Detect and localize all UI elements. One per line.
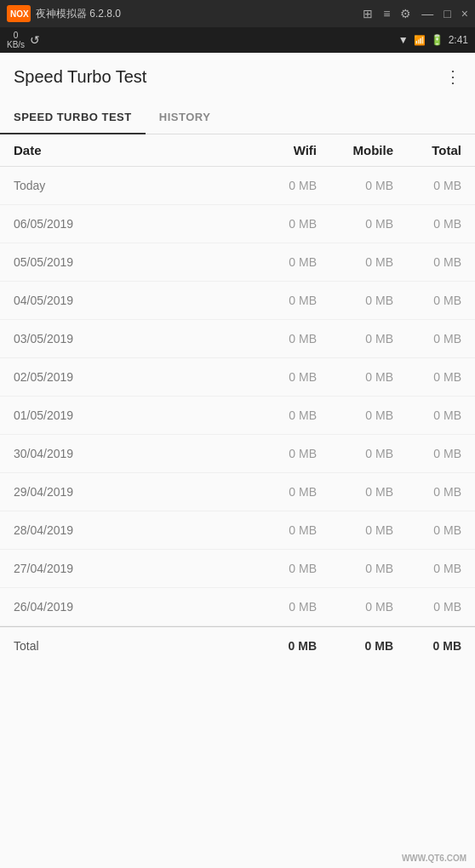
app-header: Speed Turbo Test ⋮ — [0, 53, 475, 100]
cell-wifi-11: 0 MB — [240, 600, 317, 614]
total-total: 0 MB — [393, 639, 461, 653]
cell-date-10: 27/04/2019 — [14, 562, 240, 575]
cell-mobile-7: 0 MB — [317, 447, 393, 460]
cell-total-9: 0 MB — [393, 523, 461, 537]
settings-icon[interactable]: ⚙ — [400, 7, 411, 20]
cell-date-3: 04/05/2019 — [14, 294, 240, 307]
content-area: Speed Turbo Test ⋮ SPEED TURBO TEST HIST… — [0, 53, 475, 868]
cell-date-1: 06/05/2019 — [14, 217, 240, 231]
refresh-icon: ↺ — [30, 33, 40, 47]
cell-wifi-8: 0 MB — [240, 485, 317, 499]
cell-mobile-3: 0 MB — [317, 294, 393, 307]
cell-wifi-9: 0 MB — [240, 523, 317, 537]
clock: 2:41 — [449, 34, 468, 46]
table-row: 03/05/2019 0 MB 0 MB 0 MB — [0, 320, 475, 358]
cell-mobile-6: 0 MB — [317, 408, 393, 422]
table-header: Date Wifi Mobile Total — [0, 134, 475, 167]
cell-total-5: 0 MB — [393, 370, 461, 384]
cell-mobile-2: 0 MB — [317, 255, 393, 269]
cell-wifi-0: 0 MB — [240, 179, 317, 192]
cell-wifi-2: 0 MB — [240, 255, 317, 269]
maximize-button[interactable]: □ — [444, 7, 450, 20]
app-logo: NOX — [7, 5, 31, 22]
table-row: 02/05/2019 0 MB 0 MB 0 MB — [0, 358, 475, 397]
table-row: 28/04/2019 0 MB 0 MB 0 MB — [0, 511, 475, 550]
cell-date-11: 26/04/2019 — [14, 600, 240, 614]
cell-mobile-0: 0 MB — [317, 179, 393, 192]
tab-history[interactable]: HISTORY — [146, 100, 225, 134]
window-icon[interactable]: ⊞ — [363, 7, 373, 20]
status-left: 0KB/s ↺ — [7, 31, 40, 49]
cell-date-4: 03/05/2019 — [14, 332, 240, 345]
cell-wifi-3: 0 MB — [240, 294, 317, 307]
data-table: Date Wifi Mobile Total Today 0 MB 0 MB 0… — [0, 134, 475, 868]
close-button[interactable]: × — [461, 7, 468, 20]
cell-total-7: 0 MB — [393, 447, 461, 460]
table-row: 06/05/2019 0 MB 0 MB 0 MB — [0, 205, 475, 243]
cell-mobile-5: 0 MB — [317, 370, 393, 384]
cell-total-10: 0 MB — [393, 562, 461, 575]
overflow-menu-button[interactable]: ⋮ — [444, 66, 461, 87]
cell-mobile-9: 0 MB — [317, 523, 393, 537]
battery-icon: 🔋 — [431, 34, 444, 46]
cell-date-2: 05/05/2019 — [14, 255, 240, 269]
total-row: Total 0 MB 0 MB 0 MB — [0, 626, 475, 665]
cell-total-6: 0 MB — [393, 408, 461, 422]
cell-date-6: 01/05/2019 — [14, 408, 240, 422]
cell-date-7: 30/04/2019 — [14, 447, 240, 460]
title-bar-controls: ⊞ ≡ ⚙ — □ × — [363, 7, 468, 20]
menu-icon[interactable]: ≡ — [383, 7, 390, 20]
cell-mobile-11: 0 MB — [317, 600, 393, 614]
watermark: WWW.QT6.COM — [402, 854, 466, 863]
table-row: 29/04/2019 0 MB 0 MB 0 MB — [0, 473, 475, 511]
total-wifi: 0 MB — [240, 639, 317, 653]
cell-date-0: Today — [14, 179, 240, 192]
table-row: 04/05/2019 0 MB 0 MB 0 MB — [0, 282, 475, 320]
table-row: 26/04/2019 0 MB 0 MB 0 MB — [0, 588, 475, 626]
wifi-icon: ▼ — [398, 34, 409, 46]
table-row: 30/04/2019 0 MB 0 MB 0 MB — [0, 435, 475, 473]
total-label: Total — [14, 639, 240, 653]
cell-wifi-1: 0 MB — [240, 217, 317, 231]
cell-total-0: 0 MB — [393, 179, 461, 192]
title-bar: NOX 夜神模拟器 6.2.8.0 ⊞ ≡ ⚙ — □ × — [0, 0, 475, 27]
cell-wifi-7: 0 MB — [240, 447, 317, 460]
cell-wifi-5: 0 MB — [240, 370, 317, 384]
cell-date-5: 02/05/2019 — [14, 370, 240, 384]
col-wifi: Wifi — [240, 143, 317, 157]
minimize-button[interactable]: — — [421, 7, 433, 20]
table-row: 27/04/2019 0 MB 0 MB 0 MB — [0, 550, 475, 588]
cell-wifi-6: 0 MB — [240, 408, 317, 422]
table-row: 05/05/2019 0 MB 0 MB 0 MB — [0, 243, 475, 282]
table-row: Today 0 MB 0 MB 0 MB — [0, 167, 475, 205]
cell-mobile-8: 0 MB — [317, 485, 393, 499]
title-bar-appname: 夜神模拟器 6.2.8.0 — [36, 7, 358, 21]
cell-mobile-10: 0 MB — [317, 562, 393, 575]
cell-total-8: 0 MB — [393, 485, 461, 499]
status-right: ▼ 📶 🔋 2:41 — [398, 34, 468, 46]
cell-total-11: 0 MB — [393, 600, 461, 614]
rows-container: Today 0 MB 0 MB 0 MB 06/05/2019 0 MB 0 M… — [0, 167, 475, 626]
cell-date-9: 28/04/2019 — [14, 523, 240, 537]
signal-icon: 📶 — [414, 35, 426, 46]
col-mobile: Mobile — [317, 143, 393, 157]
cell-wifi-10: 0 MB — [240, 562, 317, 575]
col-total: Total — [393, 143, 461, 157]
cell-date-8: 29/04/2019 — [14, 485, 240, 499]
page-title: Speed Turbo Test — [14, 67, 146, 87]
cell-total-4: 0 MB — [393, 332, 461, 345]
tab-speed-turbo-test[interactable]: SPEED TURBO TEST — [0, 100, 146, 134]
cell-total-3: 0 MB — [393, 294, 461, 307]
tabs-bar: SPEED TURBO TEST HISTORY — [0, 100, 475, 134]
cell-total-1: 0 MB — [393, 217, 461, 231]
network-speed: 0KB/s — [7, 31, 25, 49]
cell-wifi-4: 0 MB — [240, 332, 317, 345]
cell-mobile-1: 0 MB — [317, 217, 393, 231]
cell-total-2: 0 MB — [393, 255, 461, 269]
svg-text:NOX: NOX — [10, 9, 29, 19]
table-row: 01/05/2019 0 MB 0 MB 0 MB — [0, 397, 475, 435]
status-bar: 0KB/s ↺ ▼ 📶 🔋 2:41 — [0, 27, 475, 53]
cell-mobile-4: 0 MB — [317, 332, 393, 345]
col-date: Date — [14, 143, 240, 157]
total-mobile: 0 MB — [317, 639, 393, 653]
